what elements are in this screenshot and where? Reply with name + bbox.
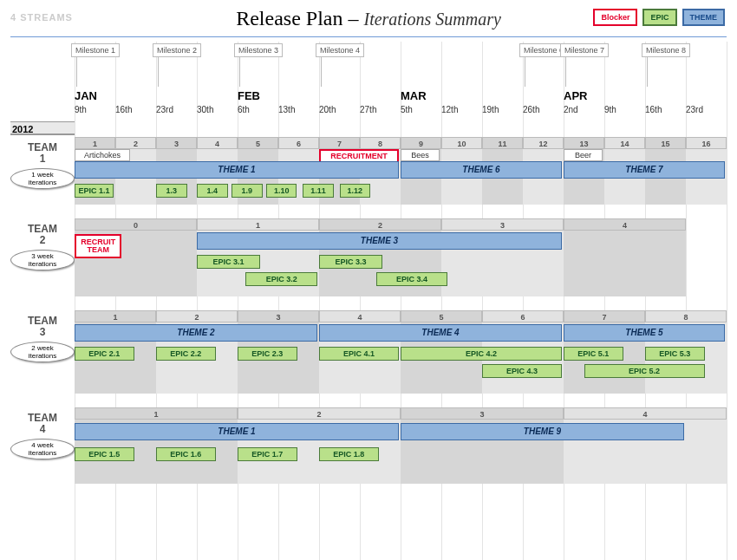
- epic-bar: 1.12: [340, 184, 371, 198]
- iteration-header: 9: [401, 137, 441, 149]
- blocker-bar: RECRUIT TEAM: [75, 234, 121, 258]
- epic-bar: EPIC 4.2: [401, 347, 562, 361]
- iteration-header: 1: [75, 310, 156, 322]
- month-label: JAN: [75, 89, 97, 102]
- team-name: TEAM2: [10, 224, 75, 246]
- epic-bar: EPIC 1.6: [156, 447, 216, 461]
- date-label: 2nd: [564, 105, 578, 114]
- title-sep: –: [342, 7, 363, 29]
- iteration-header: 4: [564, 218, 686, 231]
- theme-bar: THEME 6: [401, 161, 562, 179]
- title-main: Release Plan: [236, 7, 342, 29]
- theme-bar: THEME 1: [75, 423, 399, 440]
- iteration-pill: 1 week iterations: [10, 168, 75, 189]
- iteration-header: 12: [523, 137, 564, 149]
- milestone: Milestone 1: [71, 43, 120, 57]
- iteration-header: 2: [156, 310, 238, 322]
- epic-bar: EPIC 3.1: [197, 255, 260, 269]
- iteration-header: 10: [441, 137, 482, 149]
- team-name: TEAM3: [10, 316, 75, 338]
- title-sub: Iterations Summary: [363, 10, 500, 29]
- milestone: Milestone 2: [153, 43, 201, 57]
- iteration-header: 13: [564, 137, 604, 149]
- iteration-header: 15: [645, 137, 686, 149]
- legend-blocker: Blocker: [593, 9, 637, 26]
- stream-count: 4 STREAMS: [10, 12, 73, 23]
- month-label: MAR: [401, 89, 427, 102]
- theme-bar: THEME 5: [564, 324, 725, 342]
- iteration-header: 7: [564, 310, 645, 322]
- iteration-header: 3: [401, 407, 564, 420]
- date-label: 13th: [278, 105, 295, 114]
- release-plan-chart: 2012 JANFEBMARAPR9th16th23rd30th6th13th2…: [10, 42, 737, 560]
- epic-bar: EPIC 4.1: [319, 347, 399, 361]
- epic-bar: EPIC 2.3: [238, 347, 297, 361]
- milestone: Milestone 7: [560, 43, 609, 57]
- date-label: 23rd: [686, 105, 703, 114]
- iteration-header: 3: [156, 137, 197, 149]
- note-bar: Artichokes: [75, 149, 130, 161]
- theme-bar: THEME 9: [401, 423, 684, 440]
- epic-bar: 1.4: [197, 184, 228, 198]
- epic-bar: EPIC 2.2: [156, 347, 216, 361]
- iteration-pill: 3 week iterations: [10, 250, 75, 270]
- theme-bar: THEME 2: [75, 324, 317, 342]
- epic-bar: EPIC 4.3: [482, 364, 562, 378]
- date-label: 16th: [645, 105, 662, 114]
- team-name: TEAM4: [10, 413, 75, 435]
- theme-bar: THEME 3: [197, 232, 562, 250]
- epic-bar: EPIC 5.2: [584, 364, 705, 378]
- legend-theme: THEME: [682, 9, 726, 26]
- epic-bar: 1.3: [156, 184, 187, 198]
- date-label: 23rd: [156, 105, 173, 114]
- epic-bar: EPIC 3.4: [376, 272, 448, 286]
- theme-bar: THEME 4: [319, 324, 562, 342]
- iteration-header: 4: [197, 137, 238, 149]
- team-name: TEAM1: [10, 142, 75, 165]
- iteration-header: 1: [75, 137, 115, 149]
- iteration-header: 4: [564, 407, 727, 420]
- date-label: 20th: [319, 105, 336, 114]
- epic-bar: EPIC 1.7: [238, 447, 297, 461]
- epic-bar: 1.10: [266, 184, 297, 198]
- epic-bar: 1.9: [232, 184, 263, 198]
- theme-bar: THEME 7: [564, 161, 725, 179]
- iteration-pill: 2 week iterations: [10, 342, 75, 362]
- iteration-header: 2: [319, 218, 441, 231]
- iteration-header: 2: [115, 137, 156, 149]
- epic-bar: 1.11: [303, 184, 334, 198]
- iteration-header: 0: [75, 218, 197, 231]
- note-bar: Beer: [564, 149, 603, 161]
- iteration-header: 1: [197, 218, 319, 231]
- milestone: Milestone 3: [234, 43, 283, 57]
- iteration-header: 8: [360, 137, 401, 149]
- epic-bar: EPIC 5.1: [564, 347, 623, 361]
- epic-bar: EPIC 2.1: [75, 347, 134, 361]
- team-row: 01234RECRUIT TEAMTHEME 3EPIC 3.1EPIC 3.2…: [75, 218, 737, 296]
- iteration-header: 2: [238, 407, 401, 420]
- date-label: 9th: [604, 105, 616, 114]
- note-bar: Bees: [401, 149, 440, 161]
- iteration-header: 6: [278, 137, 319, 149]
- legend-epic: EPIC: [642, 9, 676, 26]
- team-row: 1234THEME 1THEME 9EPIC 1.5EPIC 1.6EPIC 1…: [75, 407, 737, 484]
- date-label: 5th: [401, 105, 413, 114]
- epic-bar: EPIC 1.1: [75, 184, 114, 198]
- iteration-header: 3: [441, 218, 564, 231]
- milestone: Milestone 8: [642, 43, 690, 57]
- epic-bar: EPIC 1.8: [319, 447, 379, 461]
- date-label: 6th: [238, 105, 250, 114]
- iteration-header: 4: [319, 310, 401, 322]
- date-label: 26th: [523, 105, 539, 114]
- date-label: 19th: [482, 105, 499, 114]
- epic-bar: EPIC 5.3: [645, 347, 705, 361]
- month-label: APR: [564, 89, 587, 102]
- epic-bar: EPIC 3.3: [319, 255, 382, 269]
- date-label: 27th: [360, 105, 376, 114]
- iteration-header: 14: [604, 137, 645, 149]
- iteration-header: 16: [686, 137, 727, 149]
- date-label: 12th: [441, 105, 458, 114]
- iteration-header: 6: [482, 310, 564, 322]
- date-label: 30th: [197, 105, 213, 114]
- header-rule: [10, 36, 727, 37]
